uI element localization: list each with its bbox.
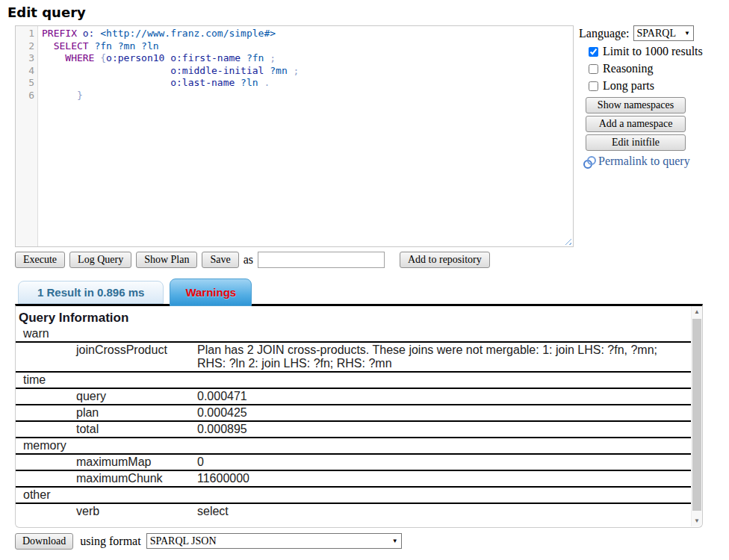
long-parts-checkbox-row[interactable]: Long parts — [589, 79, 703, 93]
query-options-panel: Language: SPARQL ▼ Limit to 1000 results… — [579, 25, 703, 247]
language-select[interactable]: SPARQL ▼ — [633, 25, 694, 41]
results-tab-bar: 1 Result in 0.896 ms Warnings — [15, 279, 703, 306]
table-row: query0.000471 — [16, 388, 691, 405]
add-to-repository-button[interactable]: Add to repository — [400, 252, 490, 268]
query-editor[interactable]: 123456 PREFIX o: <http://www.franz.com/s… — [15, 25, 574, 247]
code-line: o:middle-initial ?mn ; — [42, 65, 573, 78]
table-row: maximumMap0 — [16, 454, 691, 470]
edit-initfile-button[interactable]: Edit initfile — [586, 134, 686, 151]
scroll-up-icon[interactable]: ▲ — [692, 306, 702, 317]
save-button[interactable]: Save — [202, 252, 238, 268]
tab-results[interactable]: 1 Result in 0.896 ms — [18, 281, 164, 304]
reasoning-checkbox-row[interactable]: Reasoning — [589, 62, 703, 75]
query-toolbar: Execute Log Query Show Plan Save as Add … — [15, 251, 703, 269]
vertical-scrollbar[interactable]: ▲ ▼ — [691, 306, 702, 526]
limit-results-label: Limit to 1000 results — [603, 45, 703, 58]
add-namespace-button[interactable]: Add a namespace — [586, 116, 686, 132]
edit-query-page: Edit query 123456 PREFIX o: <http://www.… — [0, 0, 729, 560]
query-information-heading: Query Information — [19, 311, 691, 326]
download-bar: Download using format SPARQL JSON ▼ — [15, 532, 703, 550]
line-number: 3 — [16, 52, 34, 65]
reasoning-checkbox[interactable] — [589, 64, 598, 74]
execute-button[interactable]: Execute — [15, 252, 65, 268]
permalink-chain-icon — [583, 156, 595, 167]
editor-line-number-gutter: 123456 — [16, 26, 38, 246]
download-button[interactable]: Download — [15, 533, 73, 550]
editor-code-area[interactable]: PREFIX o: <http://www.franz.com/simple#>… — [38, 26, 573, 246]
using-format-label: using format — [80, 535, 140, 548]
page-title: Edit query — [0, 0, 729, 25]
tab-warnings[interactable]: Warnings — [170, 279, 252, 306]
permalink-label: Permalink to query — [598, 155, 690, 168]
reasoning-label: Reasoning — [603, 62, 654, 75]
table-row: maximumChunk11600000 — [16, 470, 691, 487]
table-row: total0.000895 — [16, 421, 691, 438]
code-line: SELECT ?fn ?mn ?ln — [42, 40, 573, 53]
section-row: memory — [16, 438, 691, 454]
limit-results-checkbox[interactable] — [589, 47, 598, 57]
table-row: joinCrossProductPlan has 2 JOIN cross-pr… — [16, 342, 691, 372]
table-row: plan0.000425 — [16, 405, 691, 421]
section-row: warn — [16, 326, 691, 342]
code-line: o:last-name ?ln . — [42, 77, 573, 90]
save-as-label: as — [243, 253, 253, 267]
table-row: verbselect — [16, 503, 691, 519]
section-row: time — [16, 372, 691, 388]
download-format-select[interactable]: SPARQL JSON ▼ — [146, 533, 402, 549]
code-line: PREFIX o: <http://www.franz.com/simple#> — [42, 28, 573, 40]
line-number: 6 — [16, 90, 34, 102]
query-information-scroll-area: Query Information warnjoinCrossProductPl… — [16, 306, 691, 526]
language-label: Language: — [579, 27, 630, 40]
permalink-to-query-link[interactable]: Permalink to query — [583, 155, 703, 168]
section-row: other — [16, 487, 691, 503]
save-name-input[interactable] — [258, 252, 385, 268]
code-line: } — [42, 90, 573, 102]
limit-results-checkbox-row[interactable]: Limit to 1000 results — [589, 45, 703, 58]
top-row: 123456 PREFIX o: <http://www.franz.com/s… — [15, 25, 703, 247]
line-number: 2 — [16, 40, 34, 53]
query-information-panel: Query Information warnjoinCrossProductPl… — [15, 304, 703, 528]
scroll-down-icon[interactable]: ▼ — [692, 515, 702, 526]
chevron-down-icon: ▼ — [392, 538, 398, 544]
show-namespaces-button[interactable]: Show namespaces — [586, 97, 686, 113]
line-number: 5 — [16, 77, 34, 90]
log-query-button[interactable]: Log Query — [69, 252, 131, 268]
line-number: 4 — [16, 65, 34, 78]
code-line: WHERE {o:person10 o:first-name ?fn ; — [42, 52, 573, 65]
line-number: 1 — [16, 28, 34, 40]
long-parts-label: Long parts — [603, 79, 654, 93]
chevron-down-icon: ▼ — [684, 30, 690, 37]
show-plan-button[interactable]: Show Plan — [136, 252, 197, 268]
query-information-table: warnjoinCrossProductPlan has 2 JOIN cros… — [16, 326, 691, 519]
scrollbar-thumb[interactable] — [692, 319, 701, 511]
long-parts-checkbox[interactable] — [589, 81, 598, 91]
